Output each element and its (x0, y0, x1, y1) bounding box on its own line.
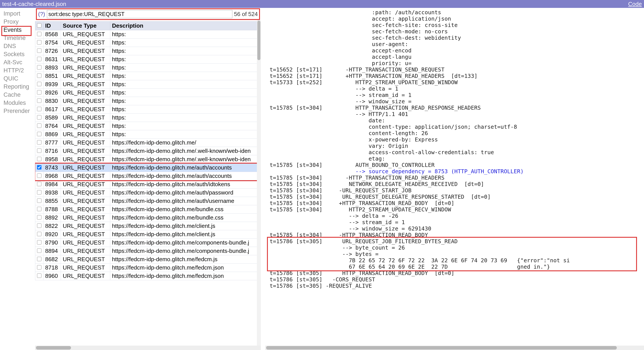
table-row[interactable]: 8716URL_REQUESThttps://fedcm-idp-demo.gl… (35, 147, 261, 155)
table-row[interactable]: 8830URL_REQUESThttps: (35, 97, 261, 105)
sidebar-item-events[interactable]: Events (3, 26, 34, 34)
filter-input[interactable] (47, 10, 232, 18)
row-desc: https: (110, 122, 260, 130)
col-header[interactable]: ID (44, 22, 61, 30)
row-type: URL_REQUEST (61, 114, 110, 122)
sidebar-item-import[interactable]: Import (3, 10, 34, 18)
sidebar-item-dns[interactable]: DNS (3, 42, 34, 50)
log-panel[interactable]: :path: /auth/accounts accept: applicatio… (261, 8, 644, 350)
select-all-checkbox[interactable] (37, 23, 42, 28)
table-row[interactable]: 8617URL_REQUESThttps: (35, 105, 261, 114)
row-checkbox[interactable] (37, 57, 42, 61)
row-checkbox[interactable] (37, 248, 42, 253)
log-line: --> window_size = 6291430 (270, 225, 642, 232)
table-row[interactable]: 8777URL_REQUESThttps://fedcm-idp-demo.gl… (35, 139, 261, 147)
table-row[interactable]: 8754URL_REQUESThttps: (35, 39, 261, 47)
sidebar-item-sockets[interactable]: Sockets (3, 50, 34, 58)
table-row[interactable]: 8743URL_REQUESThttps://fedcm-idp-demo.gl… (35, 164, 261, 172)
row-checkbox[interactable] (37, 173, 42, 178)
sidebar-item-timeline[interactable]: Timeline (3, 34, 34, 42)
sidebar-item-cache[interactable]: Cache (3, 91, 34, 99)
table-row[interactable]: 8851URL_REQUESThttps: (35, 72, 261, 80)
sidebar-item-reporting[interactable]: Reporting (3, 83, 34, 91)
table-row[interactable]: 8631URL_REQUESThttps: (35, 55, 261, 64)
row-checkbox[interactable] (37, 49, 42, 53)
table-row[interactable]: 8984URL_REQUESThttps://fedcm-idp-demo.gl… (35, 180, 261, 189)
sidebar-item-proxy[interactable]: Proxy (3, 18, 34, 26)
sidebar-item-quic[interactable]: QUIC (3, 75, 34, 83)
row-checkbox[interactable] (37, 165, 42, 170)
table-row[interactable]: 8958URL_REQUESThttps://fedcm-idp-demo.gl… (35, 155, 261, 164)
table-row[interactable]: 8926URL_REQUESThttps: (35, 89, 261, 97)
col-header[interactable] (35, 22, 44, 30)
row-desc: https://fedcm-idp-demo.glitch.me/client.… (110, 222, 260, 230)
log-line: priority: u= (270, 60, 642, 67)
row-checkbox[interactable] (37, 257, 42, 261)
row-checkbox[interactable] (37, 107, 42, 111)
table-row[interactable]: 8589URL_REQUESThttps: (35, 114, 261, 122)
sidebar-item-altsvc[interactable]: Alt-Svc (3, 58, 34, 67)
log-line: sec-fetch-mode: no-cors (270, 28, 642, 35)
table-row[interactable]: 8726URL_REQUESThttps: (35, 47, 261, 55)
row-checkbox[interactable] (37, 265, 42, 269)
sidebar-item-prerender[interactable]: Prerender (3, 107, 34, 115)
table-row[interactable]: 8718URL_REQUESThttps://fedcm-idp-demo.gl… (35, 264, 261, 272)
table-row[interactable]: 8939URL_REQUESThttps: (35, 80, 261, 89)
row-checkbox[interactable] (37, 74, 42, 78)
log-source-dependency[interactable]: --> source_dependency = 8753 (HTTP_AUTH_… (270, 168, 642, 175)
log-hscroll[interactable] (265, 345, 644, 350)
row-checkbox[interactable] (37, 132, 42, 136)
row-checkbox[interactable] (37, 140, 42, 145)
table-row[interactable]: 8892URL_REQUESThttps://fedcm-idp-demo.gl… (35, 214, 261, 222)
code-link[interactable]: Code (628, 1, 642, 8)
row-type: URL_REQUEST (61, 47, 110, 55)
row-checkbox[interactable] (37, 65, 42, 70)
table-row[interactable]: 8682URL_REQUESThttps://fedcm-idp-demo.gl… (35, 255, 261, 264)
sidebar-item-modules[interactable]: Modules (3, 99, 34, 107)
row-checkbox[interactable] (37, 273, 42, 278)
row-checkbox[interactable] (37, 115, 42, 120)
row-checkbox[interactable] (37, 32, 42, 36)
table-row[interactable]: 8869URL_REQUESThttps: (35, 130, 261, 139)
col-header[interactable]: Source Type (61, 22, 110, 30)
row-type: URL_REQUEST (61, 172, 110, 180)
table-row[interactable]: 8790URL_REQUESThttps://fedcm-idp-demo.gl… (35, 239, 261, 247)
row-checkbox[interactable] (37, 223, 42, 228)
filter-help-link[interactable]: (?) (38, 11, 45, 18)
table-row[interactable]: 8788URL_REQUESThttps://fedcm-idp-demo.gl… (35, 205, 261, 214)
row-checkbox[interactable] (37, 148, 42, 153)
table-row[interactable]: 8938URL_REQUESThttps://fedcm-idp-demo.gl… (35, 189, 261, 197)
table-row[interactable]: 8968URL_REQUESThttps://fedcm-idp-demo.gl… (35, 172, 261, 180)
row-desc: https://fedcm-idp-demo.glitch.me/auth/ac… (110, 172, 260, 180)
table-row[interactable]: 8568URL_REQUESThttps: (35, 30, 261, 39)
sidebar-item-http2[interactable]: HTTP/2 (3, 67, 34, 75)
row-checkbox[interactable] (37, 182, 42, 186)
events-table-scroll[interactable]: IDSource TypeDescription 8568URL_REQUEST… (35, 21, 261, 350)
table-row[interactable]: 8893URL_REQUESThttps: (35, 64, 261, 72)
log-line: t=15785 [st=304] URL_REQUEST_DELEGATE_RE… (270, 194, 642, 200)
row-checkbox[interactable] (37, 157, 42, 161)
table-row[interactable]: 8764URL_REQUESThttps: (35, 122, 261, 130)
events-hscroll[interactable] (35, 345, 261, 350)
row-checkbox[interactable] (37, 232, 42, 236)
table-row[interactable]: 8960URL_REQUESThttps://fedcm-idp-demo.gl… (35, 272, 261, 280)
table-row[interactable]: 8855URL_REQUESThttps://fedcm-idp-demo.gl… (35, 197, 261, 205)
row-checkbox[interactable] (37, 40, 42, 45)
row-checkbox[interactable] (37, 90, 42, 95)
col-header[interactable]: Description (110, 22, 260, 30)
row-checkbox[interactable] (37, 215, 42, 219)
table-row[interactable]: 8920URL_REQUESThttps://fedcm-idp-demo.gl… (35, 230, 261, 239)
row-id: 8968 (44, 172, 61, 180)
row-checkbox[interactable] (37, 124, 42, 128)
row-checkbox[interactable] (37, 190, 42, 195)
row-checkbox[interactable] (37, 99, 42, 103)
row-type: URL_REQUEST (61, 105, 110, 114)
row-checkbox[interactable] (37, 207, 42, 211)
events-vscroll[interactable] (257, 20, 261, 345)
row-checkbox[interactable] (37, 198, 42, 203)
row-checkbox[interactable] (37, 240, 42, 244)
row-type: URL_REQUEST (61, 164, 110, 172)
table-row[interactable]: 8894URL_REQUESThttps://fedcm-idp-demo.gl… (35, 247, 261, 255)
table-row[interactable]: 8822URL_REQUESThttps://fedcm-idp-demo.gl… (35, 222, 261, 230)
row-checkbox[interactable] (37, 82, 42, 86)
